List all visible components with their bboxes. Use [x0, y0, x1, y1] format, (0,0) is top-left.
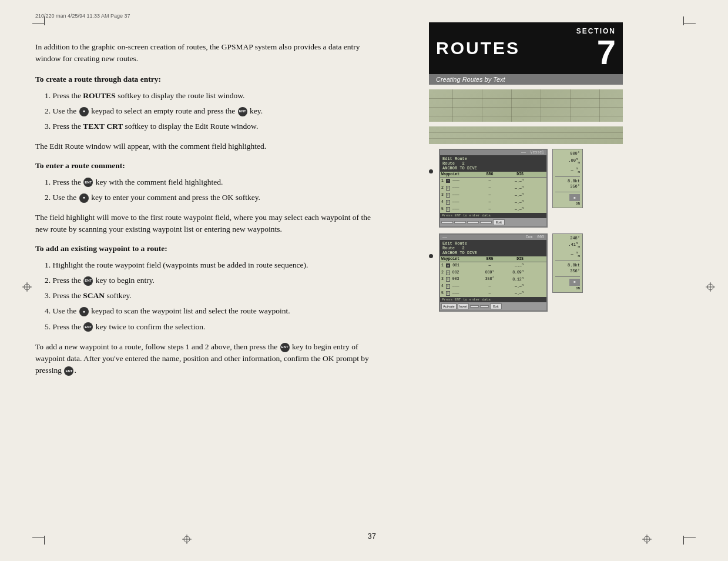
closing-text: To add a new waypoint to a route, follow… — [35, 341, 376, 377]
intro-paragraph: In addition to the graphic on-screen cre… — [35, 41, 376, 65]
step-2-2: 2. Use the ● key to enter your comment a… — [35, 192, 376, 203]
ent-button-icon5: ENT — [280, 343, 290, 352]
gps1-softkeys: Exit — [440, 218, 546, 226]
crop-mark-bl-v — [44, 536, 45, 545]
routes-subtitle: Creating Routes by Text — [436, 76, 505, 83]
section1-steps: 1. Press the ROUTES softkey to display t… — [35, 90, 376, 133]
page-number: 37 — [368, 532, 376, 540]
gps1-col-headers: Waypoint BRG DIS — [440, 172, 546, 178]
gps2-side-data: 248° .41nm — nm 8.8kt 356° ■ ON — [552, 233, 583, 293]
gps1-exit-btn[interactable]: Exit — [493, 219, 505, 225]
gps1-status: Press ENT to enter data — [440, 213, 546, 218]
joystick-icon3: ● — [79, 307, 89, 316]
page-header-meta: 210/220 man 4/25/94 11:33 AM Page 37 — [35, 13, 130, 19]
step-3-1: 1. Highlight the route waypoint field (w… — [35, 259, 376, 271]
gps2-exit-btn[interactable]: Exit — [490, 303, 501, 309]
gps2-activate-btn[interactable]: Activate — [441, 303, 457, 309]
gps1-side-data: 000° .00nm — nm 8.8kt 356° ■ ON — [552, 149, 583, 208]
section-number: 7 — [597, 35, 616, 69]
crop-mark-bl-h — [32, 537, 44, 537]
reg-mark-bottom-right — [642, 535, 652, 546]
interlude2-text: The field highlight will move to the fir… — [35, 212, 376, 236]
crop-mark-br-v — [683, 536, 684, 545]
reg-mark-bottom-left — [182, 535, 192, 546]
gps2-softkeys: Activate Invert Exit — [440, 302, 546, 310]
gps-screen2: —— Com 003 Edit Route Route 2 ANCHOR TO … — [439, 233, 548, 312]
ent-button-icon3: ENT — [83, 276, 93, 286]
gps-screen2-area: —— Com 003 Edit Route Route 2 ANCHOR TO … — [429, 233, 699, 312]
gps2-route-header: Edit Route Route 2 ANCHOR TO DIVE — [440, 240, 546, 256]
section2-heading: To enter a route comment: — [35, 161, 376, 171]
step-1-1: 1. Press the ROUTES softkey to display t… — [35, 90, 376, 102]
reg-mark-right — [706, 282, 715, 293]
map-texture — [429, 89, 623, 122]
ent-button-icon6: ENT — [64, 366, 73, 376]
gps1-data-rows: 1 ▪ ——— — —.—n 2 ○ ——— — —.—n 3 ○ ——— — … — [440, 178, 546, 213]
routes-title: ROUTES — [436, 38, 520, 58]
interlude1-text: The Edit Route window will appear, with … — [35, 141, 376, 152]
step-2-1: 1. Press the ENT key with the comment fi… — [35, 176, 376, 188]
crop-mark-br-h — [684, 537, 696, 537]
bullet1 — [429, 169, 433, 173]
ent-button-icon2: ENT — [83, 178, 93, 187]
reg-mark-left — [22, 282, 32, 293]
gps2-invert-btn[interactable]: Invert — [458, 303, 469, 309]
gps1-route-header: Edit Route Route 2 ANCHOR TO DIVE — [440, 155, 546, 172]
step-3-5: 5. Press the ENT key twice to confirm th… — [35, 321, 376, 333]
section1-heading: To create a route through data entry: — [35, 75, 376, 84]
crop-mark-tr-v — [683, 16, 684, 25]
section3-heading: To add an existing waypoint to a route: — [35, 244, 376, 253]
map-texture2 — [429, 126, 623, 144]
step-1-2: 2. Use the ● keypad to select an empty r… — [35, 105, 376, 117]
gps2-topbar: —— Com 003 — [440, 235, 546, 240]
gps-screen1-area: —— Vessel Edit Route Route 2 ANCHOR TO D… — [429, 149, 699, 228]
gps-screen1: —— Vessel Edit Route Route 2 ANCHOR TO D… — [439, 149, 548, 228]
step-1-3: 3. Press the TEXT CRT softkey to display… — [35, 121, 376, 132]
gps2-status: Press ENT to enter data — [440, 297, 546, 302]
step-3-3: 3. Press the SCAN softkey. — [35, 290, 376, 302]
joystick-icon: ● — [79, 107, 89, 116]
bullet2 — [429, 254, 433, 258]
crop-mark-tr-h — [684, 24, 696, 24]
ent-button-icon: ENT — [238, 107, 247, 116]
gps1-topbar: —— Vessel — [440, 150, 546, 155]
crop-mark-tl-v — [44, 16, 45, 25]
step-3-2: 2. Press the ENT key to begin entry. — [35, 275, 376, 286]
section2-steps: 1. Press the ENT key with the comment fi… — [35, 176, 376, 204]
section3-steps: 1. Highlight the route waypoint field (w… — [35, 259, 376, 333]
gps2-data-rows: 1 ▲ 001 — —.—n 2 ○ 002 089° 8.09n 3 ○ 00… — [440, 262, 546, 298]
crop-mark-tl-h — [32, 24, 44, 24]
joystick-icon2: ● — [79, 193, 89, 203]
ent-button-icon4: ENT — [83, 322, 93, 332]
step-3-4: 4. Use the ● keypad to scan the waypoint… — [35, 305, 376, 317]
gps2-col-headers: Waypoint BRG DIS — [440, 256, 546, 262]
